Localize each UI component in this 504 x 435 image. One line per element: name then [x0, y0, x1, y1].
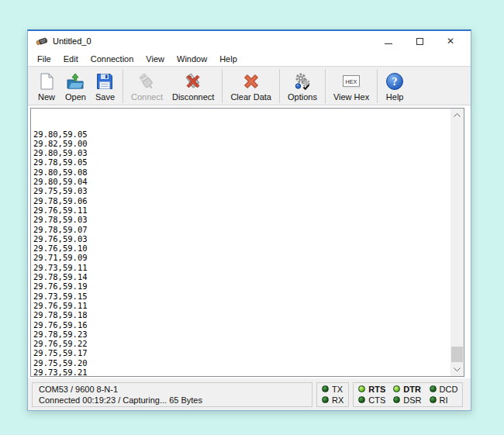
ri-indicator: RI [430, 395, 458, 405]
terminal-line: 29.75,59.20 [33, 358, 450, 368]
new-button[interactable]: New [33, 68, 60, 104]
dsr-led-icon [393, 396, 400, 403]
help-question-icon: ? [385, 72, 404, 91]
terminal-line: 29.73,59.11 [33, 263, 450, 272]
vertical-scrollbar[interactable] [450, 109, 464, 376]
terminal-line: 29.80,59.03 [33, 148, 450, 157]
save-floppy-icon [95, 72, 114, 91]
dtr-led-icon [393, 385, 400, 392]
close-icon: ✕ [447, 36, 454, 46]
view-hex-icon: HEX [342, 72, 361, 91]
title-bar: Untitled_0 ✕ [28, 31, 471, 51]
tx-led-icon [322, 385, 329, 392]
terminal-line: 29.76,59.11 [33, 301, 450, 310]
txrx-led-panel: TX RX [316, 382, 349, 407]
dcd-indicator: DCD [430, 385, 458, 394]
open-button[interactable]: Open [60, 68, 91, 104]
modem-led-panel: RTS CTS DTR DSR DCD RI [353, 382, 463, 407]
ri-led-icon [430, 396, 437, 403]
terminal-line: 29.75,59.17 [33, 348, 450, 357]
terminal-line: 29.76,59.03 [33, 234, 450, 243]
menu-connection[interactable]: Connection [85, 53, 140, 65]
help-button[interactable]: ? Help [381, 68, 409, 104]
open-folder-icon [66, 72, 85, 91]
terminal-area[interactable]: 29.80,59.0529.82,59.0029.80,59.0329.78,5… [30, 108, 464, 377]
terminal-line: 29.76,59.11 [33, 205, 450, 215]
scroll-down-button[interactable] [450, 363, 464, 376]
options-gears-icon [293, 72, 312, 91]
disconnect-button[interactable]: Disconnect [167, 68, 219, 104]
terminal-line: 29.78,59.07 [33, 225, 450, 234]
toolbar-separator [325, 69, 326, 103]
terminal-line: 29.76,59.16 [33, 320, 450, 330]
toolbar: New Open Save [28, 66, 471, 105]
save-button[interactable]: Save [91, 68, 119, 104]
menu-view[interactable]: View [140, 53, 171, 65]
terminal-line: 29.76,59.10 [33, 243, 450, 253]
terminal-line: 29.82,59.00 [33, 139, 450, 148]
window-controls: ✕ [373, 31, 466, 51]
close-button[interactable]: ✕ [435, 31, 466, 51]
clear-data-x-icon [242, 72, 261, 91]
terminal-line: 29.78,59.18 [33, 310, 450, 319]
connection-info-panel: COM53 / 9600 8-N-1 Connected 00:19:23 / … [32, 382, 312, 407]
rx-indicator: RX [322, 395, 343, 405]
connect-button[interactable]: Connect [126, 68, 167, 104]
app-serial-connector-icon [36, 36, 48, 47]
connect-usb-icon [137, 72, 156, 91]
svg-text:?: ? [392, 76, 398, 88]
toolbar-separator [279, 69, 280, 103]
maximize-icon [416, 38, 423, 45]
menu-file[interactable]: File [31, 53, 57, 65]
rts-indicator[interactable]: RTS [358, 385, 385, 394]
cts-led-icon [358, 396, 365, 403]
maximize-button[interactable] [404, 31, 435, 51]
toolbar-separator [123, 69, 123, 103]
terminal-output[interactable]: 29.80,59.0529.82,59.0029.80,59.0329.78,5… [31, 109, 450, 376]
menu-bar: File Edit Connection View Window Help [28, 51, 471, 66]
port-settings-text: COM53 / 9600 8-N-1 [39, 384, 306, 395]
terminal-line: 29.78,59.14 [33, 272, 450, 281]
terminal-line: 29.80,59.08 [33, 167, 450, 177]
scrollbar-thumb[interactable] [451, 347, 463, 362]
new-file-icon [37, 72, 56, 91]
options-button[interactable]: Options [283, 68, 322, 104]
chevron-up-icon [454, 113, 461, 117]
terminal-line: 29.73,59.21 [33, 368, 450, 377]
window-title: Untitled_0 [53, 36, 91, 46]
tx-indicator: TX [322, 385, 343, 394]
terminal-line: 29.80,59.05 [33, 129, 450, 139]
minimize-icon [385, 43, 392, 44]
terminal-line: 29.75,59.03 [33, 186, 450, 195]
terminal-lines: 29.80,59.0529.82,59.0029.80,59.0329.78,5… [33, 129, 450, 377]
toolbar-separator [377, 69, 378, 103]
menu-help[interactable]: Help [213, 53, 243, 65]
terminal-line: 29.78,59.05 [33, 157, 450, 167]
toolbar-separator [222, 69, 223, 103]
terminal-line: 29.76,59.22 [33, 339, 450, 348]
dsr-indicator: DSR [393, 395, 421, 405]
terminal-line: 29.78,59.03 [33, 215, 450, 224]
terminal-line: 29.73,59.15 [33, 292, 450, 301]
terminal-line: 29.78,59.23 [33, 330, 450, 339]
clear-data-button[interactable]: Clear Data [226, 68, 276, 104]
scroll-up-button[interactable] [450, 109, 464, 122]
terminal-line: 29.76,59.19 [33, 281, 450, 291]
rts-led-icon [358, 385, 365, 392]
view-hex-button[interactable]: HEX View Hex [329, 68, 374, 104]
cts-indicator: CTS [358, 395, 385, 405]
connection-status-text: Connected 00:19:23 / Capturing... 65 Byt… [39, 395, 306, 406]
menu-window[interactable]: Window [171, 53, 213, 65]
dtr-indicator[interactable]: DTR [393, 385, 421, 394]
terminal-line: 29.80,59.04 [33, 177, 450, 186]
terminal-line: 29.78,59.06 [33, 196, 450, 205]
terminal-line: 29.71,59.09 [33, 253, 450, 262]
minimize-button[interactable] [373, 31, 404, 51]
rx-led-icon [322, 396, 329, 403]
dcd-led-icon [430, 385, 437, 392]
disconnect-usb-icon [184, 72, 202, 91]
svg-text:HEX: HEX [346, 78, 357, 85]
chevron-down-icon [454, 368, 461, 371]
app-window: Untitled_0 ✕ File Edit Connection View W… [27, 29, 471, 411]
menu-edit[interactable]: Edit [57, 53, 85, 65]
